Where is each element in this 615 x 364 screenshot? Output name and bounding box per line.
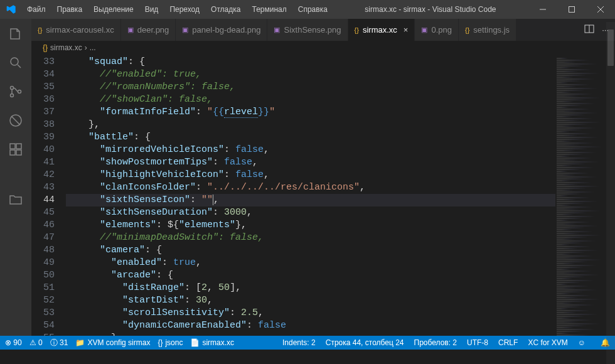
close-button[interactable] [586, 0, 615, 19]
titlebar: Файл Правка Выделение Вид Переход Отладк… [0, 0, 615, 19]
svg-rect-14 [16, 144, 21, 149]
code-content[interactable]: "squad": { //"enabled": true, //"romanNu… [66, 55, 555, 336]
extensions-icon[interactable] [7, 141, 24, 158]
window-controls [528, 0, 615, 19]
explorer-icon[interactable] [7, 25, 24, 43]
tab-sirmax-xc[interactable]: {}sirmax.xc× [348, 19, 415, 41]
svg-rect-12 [10, 150, 15, 155]
svg-rect-11 [10, 144, 15, 149]
braces-icon: {} [38, 26, 42, 34]
activity-bar [0, 19, 31, 336]
maximize-button[interactable] [557, 0, 586, 19]
image-icon: ▣ [182, 26, 188, 34]
tab-sixthsense-png[interactable]: ▣SixthSense.png [267, 19, 348, 41]
status-spaces[interactable]: Пробелов: 2 [414, 338, 457, 347]
status-feedback-icon[interactable]: ☺ [578, 338, 586, 347]
status-eol[interactable]: CRLF [498, 338, 518, 347]
menu-terminal[interactable]: Терминал [247, 5, 291, 14]
status-encoding[interactable]: UTF-8 [467, 338, 488, 347]
close-icon[interactable]: × [404, 25, 409, 35]
source-control-icon[interactable] [7, 83, 24, 100]
status-folder[interactable]: 📁 XVM config sirmax [75, 338, 150, 347]
status-indents[interactable]: Indents: 2 [282, 338, 316, 347]
search-icon[interactable] [7, 54, 24, 72]
chevron-right-icon: › [85, 43, 87, 52]
editor[interactable]: 3334353637383940414243444546474849505152… [31, 55, 615, 336]
tab-label: sirmax-carousel.xc [46, 25, 114, 35]
tab-label: deer.png [137, 25, 169, 35]
svg-rect-1 [569, 7, 575, 13]
svg-line-5 [18, 65, 21, 68]
minimize-button[interactable] [528, 0, 557, 19]
menu-edit[interactable]: Правка [52, 5, 88, 14]
status-info[interactable]: ⓘ 31 [50, 338, 68, 348]
tab-bar: {}sirmax-carousel.xc ▣deer.png ▣panel-bg… [31, 19, 615, 41]
svg-point-8 [18, 90, 21, 94]
editor-area: {}sirmax-carousel.xc ▣deer.png ▣panel-bg… [31, 19, 615, 336]
breadcrumb-rest: ... [90, 43, 96, 52]
image-icon: ▣ [274, 26, 280, 34]
status-language-mode[interactable]: XC for XVM [528, 338, 567, 347]
braces-icon: {} [465, 26, 469, 34]
status-warnings[interactable]: ⚠ 0 [29, 338, 43, 347]
tab-label: 0.png [431, 25, 452, 35]
status-file[interactable]: 📄 sirmax.xc [190, 338, 234, 347]
status-errors[interactable]: ⊗ 90 [5, 338, 22, 347]
status-cursor-pos[interactable]: Строка 44, столбец 24 [326, 338, 404, 347]
tab-settings-js[interactable]: {}settings.js [459, 19, 516, 41]
status-bar: ⊗ 90 ⚠ 0 ⓘ 31 📁 XVM config sirmax {} jso… [0, 336, 615, 350]
breadcrumb[interactable]: {} sirmax.xc › ... [31, 41, 615, 55]
tab-0-png[interactable]: ▣0.png [415, 19, 459, 41]
tab-label: panel-bg-dead.png [192, 25, 260, 35]
menu-selection[interactable]: Выделение [88, 5, 139, 14]
tab-label: sirmax.xc [363, 25, 397, 35]
menu-file[interactable]: Файл [22, 5, 51, 14]
folder-icon[interactable] [7, 191, 24, 208]
tab-deer-png[interactable]: ▣deer.png [121, 19, 176, 41]
scrollbar-thumb[interactable] [607, 29, 614, 66]
debug-icon[interactable] [7, 112, 24, 129]
tab-panel-bg-dead[interactable]: ▣panel-bg-dead.png [176, 19, 267, 41]
menu-go[interactable]: Переход [164, 5, 205, 14]
tab-label: SixthSense.png [284, 25, 341, 35]
svg-point-7 [11, 94, 14, 97]
menu-debug[interactable]: Отладка [206, 5, 245, 14]
tab-label: settings.js [473, 25, 510, 35]
image-icon: ▣ [127, 26, 134, 34]
status-lang[interactable]: {} jsonc [158, 338, 183, 347]
braces-icon: {} [43, 43, 48, 52]
svg-line-10 [11, 116, 20, 125]
menubar: Файл Правка Выделение Вид Переход Отладк… [22, 5, 333, 14]
svg-point-6 [11, 87, 14, 90]
vscode-logo-icon [0, 4, 22, 14]
svg-rect-13 [16, 150, 21, 155]
menu-help[interactable]: Справка [293, 5, 333, 14]
image-icon: ▣ [421, 26, 427, 34]
braces-icon: {} [355, 26, 359, 34]
tab-sirmax-carousel[interactable]: {}sirmax-carousel.xc [31, 19, 121, 41]
line-numbers: 3334353637383940414243444546474849505152… [31, 55, 66, 336]
scrollbar[interactable] [606, 22, 615, 364]
split-editor-icon[interactable] [584, 24, 594, 36]
workbench: {}sirmax-carousel.xc ▣deer.png ▣panel-bg… [0, 19, 615, 336]
breadcrumb-file: sirmax.xc [50, 43, 82, 52]
menu-view[interactable]: Вид [140, 5, 164, 14]
window-title: sirmax.xc - sirmax - Visual Studio Code [333, 5, 528, 14]
svg-point-4 [11, 58, 18, 65]
